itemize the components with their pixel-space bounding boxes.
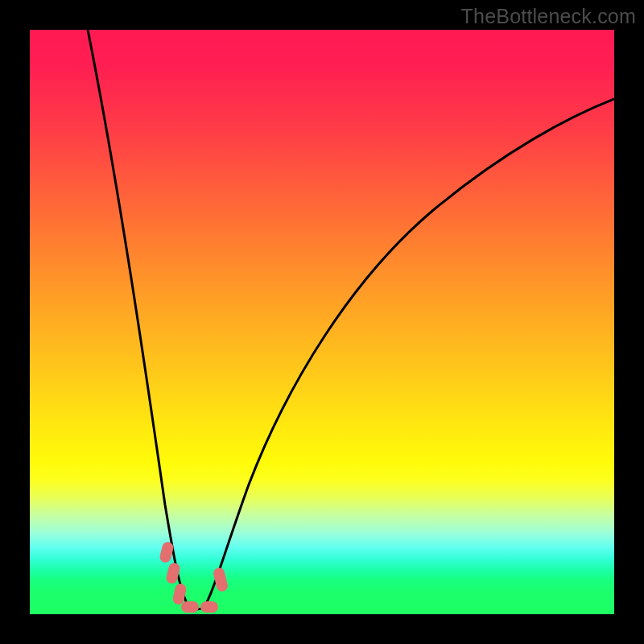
watermark-text: TheBottleneck.com [461, 5, 636, 28]
chart-frame: TheBottleneck.com [0, 0, 644, 644]
curve-right-branch [204, 99, 614, 608]
svg-rect-4 [200, 601, 218, 613]
svg-rect-3 [181, 601, 199, 613]
plot-area [30, 30, 614, 614]
curve-layer [30, 30, 614, 614]
curve-left-branch [88, 30, 189, 608]
valley-markers [159, 541, 229, 613]
svg-rect-0 [159, 541, 175, 564]
